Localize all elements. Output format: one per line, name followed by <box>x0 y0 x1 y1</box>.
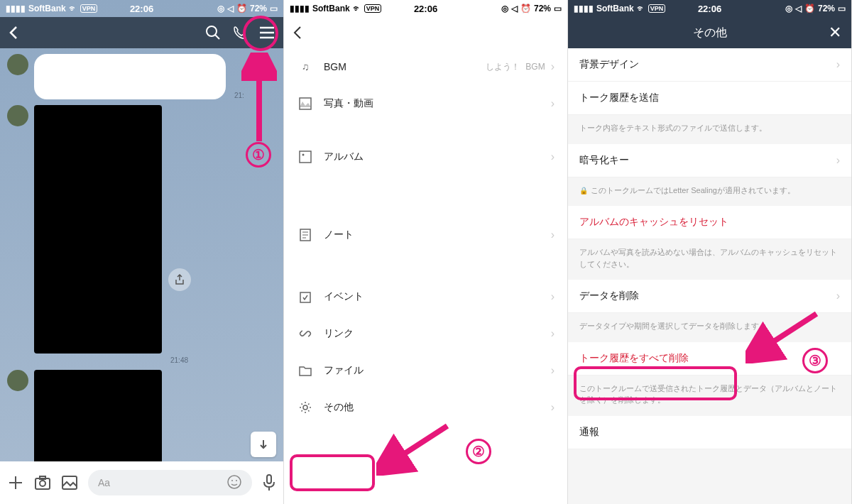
plus-icon[interactable] <box>7 474 24 491</box>
camera-icon[interactable] <box>34 475 51 491</box>
menu-extra: BGM <box>525 62 545 72</box>
row-label: トーク履歴をすべて削除 <box>579 352 689 365</box>
timestamp: 21:48 <box>170 356 188 364</box>
status-bar: ▮▮▮▮ SoftBank ᯤ VPN 22:06 ◎ ◁ ⏰ 72% ▭ <box>284 0 567 17</box>
page-title: その他 <box>693 26 727 40</box>
chat-header <box>0 17 283 48</box>
mic-icon[interactable] <box>262 473 276 492</box>
menu-item-note[interactable]: ノート › <box>284 200 567 278</box>
vpn-badge: VPN <box>648 4 666 13</box>
row-report[interactable]: 通報 <box>568 416 851 449</box>
avatar[interactable] <box>7 370 28 391</box>
svg-rect-17 <box>300 98 311 109</box>
back-icon[interactable] <box>293 26 302 40</box>
scroll-down-button[interactable] <box>251 432 276 457</box>
message-input[interactable]: Aa <box>88 470 252 495</box>
image-icon[interactable] <box>61 475 78 491</box>
note-icon <box>297 229 314 241</box>
svg-marker-18 <box>300 102 311 107</box>
row-send-history[interactable]: トーク履歴を送信 <box>568 82 851 115</box>
search-icon[interactable] <box>205 25 221 40</box>
message-bubble[interactable] <box>34 54 226 99</box>
menu-item-event[interactable]: イベント › <box>284 278 567 315</box>
svg-line-1 <box>215 35 219 39</box>
chevron-right-icon: › <box>836 154 840 167</box>
signal-icon: ▮▮▮▮ <box>290 4 310 13</box>
menu-label: ノート <box>324 229 551 241</box>
battery-icon: ▭ <box>270 4 278 13</box>
message-row: 21: <box>7 54 276 99</box>
row-encryption[interactable]: 暗号化キー › <box>568 144 851 177</box>
alarm-icon: ⏰ <box>520 4 531 13</box>
row-label: アルバムのキャッシュをリセット <box>579 216 728 229</box>
chevron-right-icon: › <box>551 60 555 73</box>
alarm-icon: ⏰ <box>236 4 247 13</box>
row-label: トーク履歴を送信 <box>579 92 659 104</box>
vpn-badge: VPN <box>364 4 382 13</box>
share-button[interactable] <box>168 268 191 291</box>
chevron-right-icon: › <box>551 327 555 340</box>
wifi-icon: ᯤ <box>637 4 645 13</box>
avatar[interactable] <box>7 105 28 126</box>
signal-icon: ▮▮▮▮ <box>574 4 594 13</box>
avatar[interactable] <box>7 54 28 75</box>
menu-label: アルバム <box>324 150 551 163</box>
photo-icon <box>297 97 314 110</box>
call-icon[interactable] <box>232 25 248 40</box>
menu-icon[interactable] <box>259 26 275 39</box>
compass-icon: ◎ <box>501 4 508 13</box>
svg-rect-10 <box>62 476 77 489</box>
carrier-label: SoftBank <box>312 4 350 13</box>
menu-item-photo[interactable]: 写真・動画 › <box>284 85 567 122</box>
svg-point-12 <box>231 480 233 481</box>
menu-item-album[interactable]: アルバム › <box>284 122 567 200</box>
row-desc: トーク内容をテキスト形式のファイルで送信します。 <box>568 115 851 144</box>
annotation-number: ① <box>246 142 271 168</box>
row-desc: アルバムや写真を読み込めない場合は、アルバムのキャッシュをリセットしてください。 <box>568 239 851 280</box>
vpn-badge: VPN <box>80 4 98 13</box>
menu-header <box>284 17 567 48</box>
settings-panel: ▮▮▮▮ SoftBank ᯤ VPN 22:06 ◎ ◁ ⏰ 72% ▭ その… <box>568 0 852 504</box>
menu-item-bgm[interactable]: ♫ BGM しよう！ BGM › <box>284 48 567 85</box>
emoji-icon[interactable] <box>226 474 242 492</box>
clock: 22:06 <box>698 4 721 14</box>
chevron-right-icon: › <box>836 58 840 71</box>
svg-point-8 <box>40 481 45 486</box>
row-delete-data[interactable]: データを削除 › <box>568 280 851 313</box>
menu-label: イベント <box>324 290 551 303</box>
menu-label: その他 <box>324 401 551 414</box>
battery-icon: ▭ <box>838 4 846 13</box>
row-album-reset[interactable]: アルバムのキャッシュをリセット <box>568 206 851 239</box>
message-image[interactable] <box>34 370 162 469</box>
svg-point-11 <box>228 476 241 488</box>
gear-icon <box>297 401 314 414</box>
chevron-right-icon: › <box>551 97 555 110</box>
alarm-icon: ⏰ <box>804 4 815 13</box>
back-icon[interactable] <box>9 26 18 40</box>
chevron-right-icon: › <box>551 364 555 377</box>
menu-item-link[interactable]: リンク › <box>284 315 567 352</box>
row-label: 通報 <box>579 426 599 439</box>
menu-label: BGM <box>324 61 486 72</box>
compass-icon: ◎ <box>217 4 224 13</box>
close-icon[interactable]: ✕ <box>829 23 841 42</box>
chat-body[interactable]: 21: 21:48 <box>0 48 283 460</box>
row-bg-design[interactable]: 背景デザイン › <box>568 48 851 82</box>
settings-header: その他 ✕ <box>568 17 851 48</box>
battery-label: 72% <box>534 4 551 13</box>
menu-item-file[interactable]: ファイル › <box>284 352 567 389</box>
message-row <box>7 105 276 354</box>
row-desc: このトークルームではLetter Sealingが適用されています。 <box>568 177 851 207</box>
menu-list: ♫ BGM しよう！ BGM › 写真・動画 › アルバム › ノート › イベ… <box>284 48 567 426</box>
menu-item-other[interactable]: その他 › <box>284 389 567 426</box>
row-label: 背景デザイン <box>579 58 639 71</box>
message-row <box>7 370 276 469</box>
row-desc: データタイプや期間を選択してデータを削除します。 <box>568 313 851 342</box>
compass-icon: ◎ <box>785 4 792 13</box>
chevron-right-icon: › <box>551 290 555 303</box>
message-row: 21:48 <box>7 356 276 364</box>
message-image[interactable] <box>34 105 162 354</box>
svg-rect-25 <box>300 292 310 302</box>
clock: 22:06 <box>130 4 153 14</box>
annotation-arrow <box>376 419 454 476</box>
